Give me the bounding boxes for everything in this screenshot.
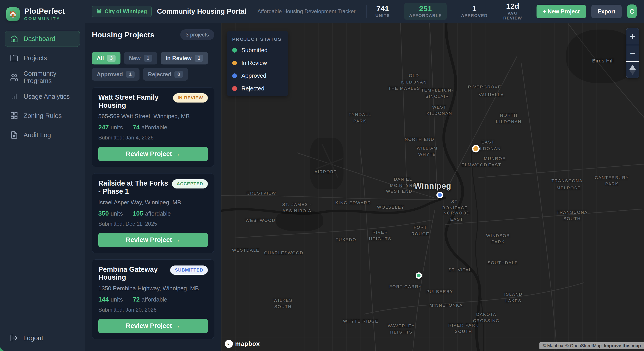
filter-chip-label: Approved xyxy=(97,71,123,78)
filter-chip-count: 1 xyxy=(144,54,152,62)
affordable-value: 72 xyxy=(133,296,140,303)
main-area: 🏛 City of Winnipeg Community Housing Por… xyxy=(85,0,644,351)
header-stat: 741 UNITS xyxy=(374,3,392,20)
review-project-button[interactable]: Review Project → xyxy=(98,233,208,247)
sidebar-item-label: Dashboard xyxy=(24,35,55,42)
legend-status-label: In Review xyxy=(242,60,267,66)
filter-chip-new[interactable]: New 1 xyxy=(124,52,157,64)
header-stat: 12d AVG REVIEW xyxy=(502,0,524,22)
stat-value: 251 xyxy=(409,5,442,13)
status-filters: All 3 New 1 In Review 1 Approved 1 Rejec… xyxy=(92,52,214,80)
osm-attribution-link[interactable]: © OpenStreetMap xyxy=(566,343,602,348)
stat-value: 12d xyxy=(504,2,522,10)
project-card: Railside at The Forks - Phase 1 ACCEPTED… xyxy=(92,173,214,253)
sidebar-item-zoning-rules[interactable]: Zoning Rules xyxy=(5,108,80,124)
legend-item: In Review xyxy=(232,60,282,68)
project-name: Railside at The Forks - Phase 1 xyxy=(98,179,168,195)
projects-panel: Housing Projects 3 projects All 3 New 1 … xyxy=(85,23,221,351)
filter-chip-label: Rejected xyxy=(148,71,171,78)
review-project-button[interactable]: Review Project → xyxy=(98,146,208,161)
user-avatar[interactable]: C xyxy=(627,4,637,18)
project-name: Pembina Gateway Housing xyxy=(98,266,166,282)
project-address: 565-569 Watt Street, Winnipeg, MB xyxy=(98,113,208,120)
filter-chip-count: 3 xyxy=(107,54,116,62)
users-icon xyxy=(10,73,18,81)
zoom-in-button[interactable]: + xyxy=(626,28,639,45)
legend-status-label: Rejected xyxy=(242,85,264,92)
project-address: 1350 Pembina Highway, Winnipeg, MB xyxy=(98,285,208,292)
compass-north-needle xyxy=(630,65,636,70)
grid-icon xyxy=(10,112,18,120)
mapbox-attribution-link[interactable]: © Mapbox xyxy=(542,343,563,348)
review-project-button[interactable]: Review Project → xyxy=(98,319,208,333)
legend-status-label: Approved xyxy=(242,72,266,79)
map-attribution: © Mapbox © OpenStreetMap Improve this ma… xyxy=(540,342,644,349)
sidebar-item-projects[interactable]: Projects xyxy=(5,50,80,66)
mapbox-icon: ◒ xyxy=(225,340,233,348)
project-marker-approved[interactable] xyxy=(436,192,443,198)
map-airport-area xyxy=(310,138,344,190)
legend-status-dot xyxy=(232,74,237,78)
status-badge: SUBMITTED xyxy=(170,266,208,275)
filter-chip-all[interactable]: All 3 xyxy=(92,52,120,64)
brand-name: PlotPerfect xyxy=(24,7,65,16)
stat-value: 1 xyxy=(461,5,488,13)
bar-chart-icon xyxy=(10,92,18,100)
map-canvas[interactable]: WinnipegBirds HillOLD KILDONANRIVERGROVE… xyxy=(221,23,644,351)
filter-chip-count: 1 xyxy=(194,54,203,62)
units-value: 350 xyxy=(98,210,109,217)
app-root: 🏠 PlotPerfect COMMUNITY Dashboard Projec… xyxy=(0,0,644,351)
legend-title: PROJECT STATUS xyxy=(232,36,282,42)
sidebar-item-usage-analytics[interactable]: Usage Analytics xyxy=(5,88,80,104)
export-button[interactable]: Export xyxy=(592,5,622,18)
improve-map-link[interactable]: Improve this map xyxy=(604,343,641,348)
status-badge: ACCEPTED xyxy=(172,179,208,188)
folder-icon xyxy=(10,54,18,62)
header-divider xyxy=(366,5,366,18)
project-marker-in-review[interactable] xyxy=(472,145,480,152)
map-legend: PROJECT STATUS Submitted In Review Appro… xyxy=(227,31,288,96)
logout-icon xyxy=(10,334,18,342)
submitted-date: Submitted: Jan 4, 2026 xyxy=(98,134,208,141)
project-cards: Watt Street Family Housing IN REVIEW 565… xyxy=(92,87,214,339)
filter-chip-label: New xyxy=(129,55,140,62)
sidebar-item-label: Projects xyxy=(24,54,47,62)
file-icon xyxy=(10,131,18,139)
sidebar-item-audit-log[interactable]: Audit Log xyxy=(5,127,80,143)
page-subtitle: Affordable Housing Development Tracker xyxy=(257,8,355,14)
logout-button[interactable]: Logout xyxy=(0,325,85,351)
units-value: 144 xyxy=(98,296,109,303)
header: 🏛 City of Winnipeg Community Housing Por… xyxy=(85,0,644,23)
filter-chip-rejected[interactable]: Rejected 0 xyxy=(143,68,188,80)
compass-button[interactable] xyxy=(626,61,639,78)
project-marker-submitted[interactable] xyxy=(416,272,422,279)
units-value: 247 xyxy=(98,124,109,131)
stat-label: AVG REVIEW xyxy=(504,11,522,20)
stat-value: 741 xyxy=(376,5,390,13)
compass-south-needle xyxy=(630,70,636,75)
map-controls: + − xyxy=(626,28,639,78)
header-divider xyxy=(252,7,252,16)
sidebar-item-label: Community Programs xyxy=(24,70,75,84)
mapbox-logo[interactable]: ◒ mapbox xyxy=(225,340,260,348)
mapbox-wordmark: mapbox xyxy=(235,340,260,348)
zoom-out-button[interactable]: − xyxy=(626,45,639,61)
panel-title: Housing Projects xyxy=(92,30,154,39)
header-stats: 741 UNITS 251 AFFORDABLE 1 APPROVED 12d … xyxy=(372,0,526,22)
affordable-value: 105 xyxy=(133,210,143,217)
org-badge-label: City of Winnipeg xyxy=(104,8,147,14)
status-badge: IN REVIEW xyxy=(173,93,208,102)
sidebar-item-community-programs[interactable]: Community Programs xyxy=(5,69,80,85)
project-address: Israel Asper Way, Winnipeg, MB xyxy=(98,199,208,206)
sidebar-item-dashboard[interactable]: Dashboard xyxy=(5,31,80,47)
units-label: units xyxy=(110,124,123,131)
sidebar: 🏠 PlotPerfect COMMUNITY Dashboard Projec… xyxy=(0,0,85,351)
filter-chip-approved[interactable]: Approved 1 xyxy=(92,68,140,80)
new-project-button[interactable]: + New Project xyxy=(536,5,586,18)
filter-chip-label: All xyxy=(97,55,104,62)
sidebar-nav: Dashboard Projects Community Programs Us… xyxy=(0,29,85,325)
affordable-value: 74 xyxy=(133,124,140,131)
affordable-label: affordable xyxy=(142,296,167,303)
brand: 🏠 PlotPerfect COMMUNITY xyxy=(0,0,85,29)
filter-chip-in-review[interactable]: In Review 1 xyxy=(161,52,208,64)
